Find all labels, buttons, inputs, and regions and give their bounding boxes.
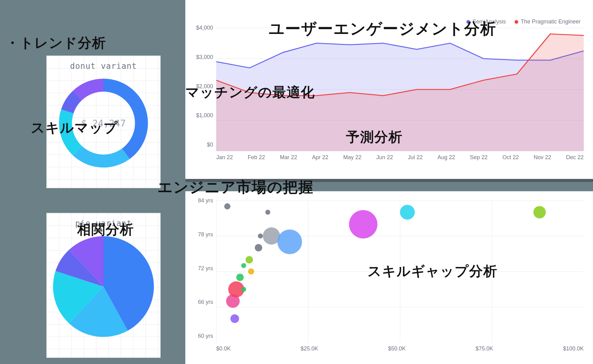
legend-label: The Pragmatic Engineer (521, 19, 581, 25)
bubble-point (533, 206, 546, 218)
bubble-point (400, 205, 415, 220)
bubble-point (246, 256, 253, 263)
annotation-engagement: ユーザーエンゲージメント分析 (269, 19, 496, 39)
bubble-y-axis: 84 yrs78 yrs72 yrs66 yrs60 yrs (188, 201, 213, 342)
bubble-point (241, 263, 246, 268)
bubble-point (241, 287, 246, 292)
legend-item-pragmatic: The Pragmatic Engineer (515, 19, 581, 25)
area-x-axis: Jan 22Feb 22Mar 22Apr 22May 22Jun 22Jul … (216, 154, 584, 163)
annotation-market: エンジニア市場の把握 (158, 177, 314, 197)
annotation-skill-map: スキルマップ (31, 119, 118, 137)
pie-chart (51, 234, 156, 339)
bubble-point (236, 274, 244, 281)
bubble-point (277, 230, 302, 254)
legend-dot-icon (515, 20, 518, 24)
bubble-point (349, 210, 377, 238)
annotation-matching: マッチングの最適化 (185, 83, 315, 101)
annotation-forecast: 予測分析 (346, 128, 403, 146)
bubble-point (230, 314, 239, 323)
bubble-x-axis: $0.0K$25.0K$50.0K$75.0K$100.0K (216, 345, 584, 355)
bubble-point (258, 234, 263, 238)
bubble-point (265, 210, 270, 215)
bubble-point (255, 244, 262, 251)
annotation-trend: ・トレンド分析 (6, 34, 106, 52)
annotation-gap: スキルギャップ分析 (368, 262, 498, 280)
annotation-correlation: 相関分析 (77, 221, 134, 239)
donut-chart-title: donut variant (47, 56, 160, 71)
bubble-point (224, 203, 230, 209)
bubble-point (248, 268, 254, 275)
